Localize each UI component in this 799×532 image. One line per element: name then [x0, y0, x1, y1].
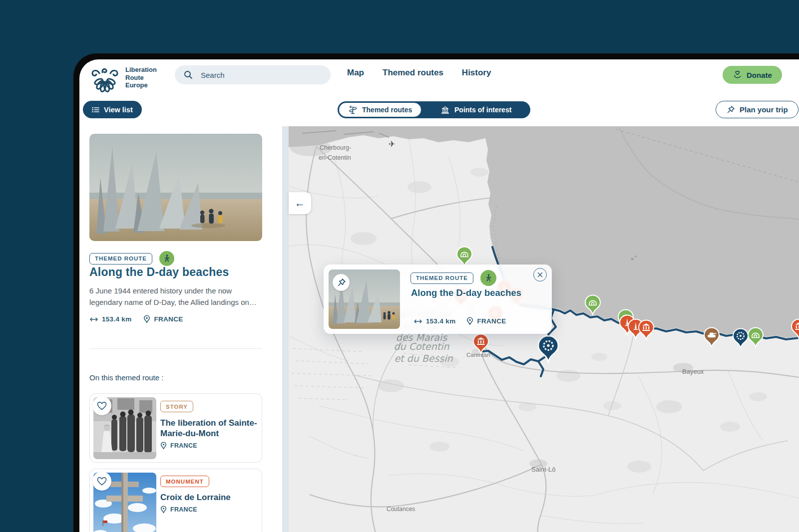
story-card-country: FRANCE: [160, 442, 197, 450]
museum-map-pin[interactable]: [472, 333, 489, 354]
story-badge: STORY: [160, 401, 193, 412]
sidebar-divider: [89, 348, 262, 349]
favorite-heart-button[interactable]: [92, 472, 111, 491]
story-card-title[interactable]: The liberation of Sainte-Marie-du-Mont: [160, 418, 258, 439]
story-badge-wrap: STORY: [160, 401, 193, 412]
popup-route-title[interactable]: Along the D-day beaches: [411, 287, 521, 298]
route-item-card-monument[interactable]: MONUMENT Croix de Lorraine FRANCE: [89, 469, 262, 532]
museum-map-pin[interactable]: [638, 319, 655, 340]
location-pin-icon: [466, 317, 473, 325]
toggle-themed-routes[interactable]: Themed routes: [339, 102, 421, 117]
nav-item-themed-routes[interactable]: Themed routes: [383, 68, 443, 78]
country-meta: FRANCE: [143, 315, 183, 323]
monument-badge: MONUMENT: [160, 476, 209, 487]
park-name-label: du Cotentin: [394, 341, 449, 352]
sidebar-scrollbar[interactable]: [282, 126, 289, 532]
bunker-map-pin[interactable]: [456, 246, 473, 267]
main-nav: Map Themed routes History: [347, 68, 491, 78]
monument-card-title[interactable]: Croix de Lorraine: [160, 492, 258, 503]
search-bar: [175, 65, 331, 84]
popup-country-meta: FRANCE: [466, 317, 506, 325]
app-window: Liberation Route Europe Map Themed route…: [79, 59, 799, 532]
museum-icon: [440, 105, 450, 114]
view-list-button[interactable]: View list: [83, 101, 142, 118]
monument-card-country: FRANCE: [160, 506, 197, 514]
route-item-card-story[interactable]: STORY The liberation of Sainte-Marie-du-…: [89, 393, 262, 463]
view-list-label: View list: [104, 106, 133, 114]
distance-arrows-icon: [89, 316, 98, 322]
map-mode-toggle: Themed routes Points of interest: [338, 101, 530, 118]
popup-badge-row: THEMED ROUTE: [410, 270, 496, 286]
search-icon: [184, 70, 193, 79]
distance-meta: 153.4 km: [89, 315, 131, 323]
location-pin-icon: [143, 315, 150, 323]
hand-heart-icon: [733, 70, 742, 79]
logo-wordmark: Liberation Route Europe: [125, 66, 157, 89]
plan-your-trip-button[interactable]: Plan your trip: [716, 101, 799, 118]
liberation-route-logo-icon[interactable]: [88, 66, 121, 94]
popup-route-photo[interactable]: [329, 269, 400, 329]
route-popup-card: THEMED ROUTE Along the D-day beaches: [324, 265, 552, 334]
nav-item-history[interactable]: History: [462, 68, 491, 78]
airport-icon: ✈: [389, 139, 395, 149]
page: { "colors": { "frame_bg": "#0c3a52", "na…: [0, 0, 799, 532]
map-city-label: Coutances: [387, 506, 415, 513]
popup-walking-route-icon: [480, 270, 496, 286]
map-city-label: Bayeux: [682, 368, 704, 375]
left-arrow-icon: ←: [295, 197, 305, 209]
collapse-sidebar-button[interactable]: ←: [289, 192, 311, 214]
nav-item-map[interactable]: Map: [347, 68, 364, 78]
museum-map-pin[interactable]: [791, 318, 799, 339]
park-name-label: et du Bessin: [394, 353, 452, 364]
list-icon: [92, 106, 99, 113]
tank-map-pin[interactable]: [703, 327, 720, 348]
pin-route-button[interactable]: [333, 274, 350, 291]
toggle-points-of-interest-label: Points of interest: [454, 106, 511, 114]
pushpin-icon: [726, 105, 735, 114]
featured-route-title[interactable]: Along the D-day beaches: [89, 266, 229, 279]
favorite-heart-button[interactable]: [92, 396, 111, 415]
monument-badge-wrap: MONUMENT: [160, 476, 209, 487]
popup-themed-route-badge: THEMED ROUTE: [410, 272, 473, 284]
location-pin-icon: [160, 506, 167, 514]
walking-route-icon: [159, 251, 174, 266]
featured-meta-row: 153.4 km FRANCE: [89, 315, 183, 323]
popup-meta-row: 153.4 km FRANCE: [413, 317, 506, 325]
bunker-map-pin[interactable]: [747, 327, 764, 348]
bunker-map-pin[interactable]: [584, 294, 601, 315]
location-pin-icon: [160, 442, 167, 450]
donate-label: Donate: [747, 71, 772, 79]
featured-route-description: 6 June 1944 entered history under the no…: [89, 285, 265, 308]
themed-route-badge: THEMED ROUTE: [89, 253, 152, 265]
search-input[interactable]: [200, 70, 331, 80]
plan-your-trip-label: Plan your trip: [740, 105, 788, 114]
featured-route-photo[interactable]: [89, 134, 262, 241]
map-city-label: Cherbourg-: [320, 144, 351, 151]
route-items-section-label: On this themed route :: [89, 373, 163, 382]
map-canvas[interactable]: ✈ Cherbourg-en-CotentinCarentanBayeuxSai…: [289, 126, 799, 532]
donate-button[interactable]: Donate: [723, 66, 782, 84]
toggle-points-of-interest[interactable]: Points of interest: [421, 105, 530, 114]
popup-close-button[interactable]: [533, 268, 547, 281]
popup-distance-meta: 153.4 km: [413, 317, 455, 325]
toggle-themed-routes-label: Themed routes: [362, 106, 412, 114]
distance-arrows-icon: [413, 318, 422, 324]
signpost-icon: [348, 105, 358, 115]
wreath-map-pin[interactable]: [732, 328, 749, 349]
map-city-label: Saint-Lô: [531, 466, 555, 473]
featured-badge-row: THEMED ROUTE: [89, 251, 174, 266]
map-city-label: en-Cotentin: [319, 154, 351, 161]
wreath-map-pin[interactable]: [537, 335, 560, 363]
